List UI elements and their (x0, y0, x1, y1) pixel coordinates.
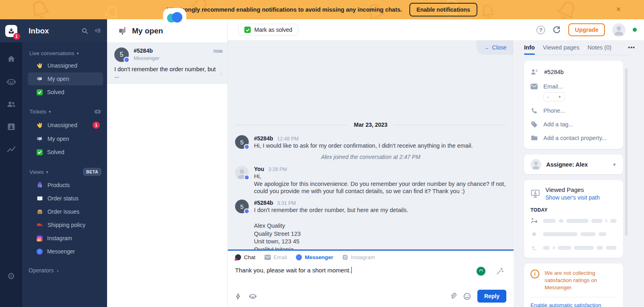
sidebar-item-live-my-open[interactable]: My open (28, 72, 103, 85)
enable-notifications-button[interactable]: Enable notifications (409, 3, 477, 16)
operators-label: Operators (29, 267, 54, 274)
more-options-icon[interactable]: ••• (628, 44, 635, 55)
sidebar-item-view-products[interactable]: Products (28, 179, 103, 192)
bell-decoration-icon (101, 1, 124, 19)
mark-as-solved-button[interactable]: Mark as solved (238, 24, 298, 36)
sidebar-item-live-solved[interactable]: Solved (28, 86, 103, 99)
tab-notes[interactable]: Notes (0) (587, 44, 611, 55)
sidebar-item-label: Unassigned (47, 122, 77, 128)
conversation-time: now (213, 47, 223, 54)
quick-responses-icon[interactable] (235, 293, 241, 300)
sidebar-item-view-shipping-policy[interactable]: Shipping policy (28, 218, 103, 231)
assignee-card[interactable]: Assignee: Alex ▼ (524, 155, 623, 174)
sidebar-item-tickets-solved[interactable]: Solved (28, 146, 103, 159)
sidebar-item-view-messenger[interactable]: Messenger (28, 245, 103, 258)
date-divider: Mar 23, 2023 (235, 122, 506, 128)
sidebar-item-view-order-status[interactable]: Order status (28, 192, 103, 205)
ai-assistant-icon[interactable] (477, 267, 485, 276)
sidebar-item-view-instagram[interactable]: Instagram (28, 232, 103, 245)
section-live-conversations: Live conversations ▾ Unassigned My open … (22, 42, 107, 100)
show-visit-path-link[interactable]: Show user's visit path (545, 194, 600, 201)
satisfaction-card: i We are not collecting satisfaction rat… (524, 264, 623, 307)
inbox-unread-badge: 1 (13, 33, 20, 40)
attachment-paperclip-icon[interactable] (450, 293, 457, 300)
message-text: Unit town, 123 45 (254, 238, 408, 245)
chevron-down-icon[interactable]: ▼ (612, 162, 617, 167)
user-avatar[interactable] (612, 23, 625, 37)
channel-tab-messenger[interactable]: Messenger (296, 254, 333, 260)
message-time: 3:28 PM (268, 167, 287, 172)
sidebar-item-label: Messenger (47, 248, 75, 255)
phone-field[interactable]: Phone... (524, 104, 623, 117)
emoji-icon[interactable] (463, 293, 471, 300)
channel-tab-email[interactable]: Email (264, 254, 287, 260)
section-label: Tickets (29, 109, 46, 115)
section-views: Views ▾ BETA Products Order status Order… (22, 160, 107, 259)
avatar: 5 (235, 135, 249, 149)
contact-id-row: #5284b (524, 61, 623, 80)
scroll-down-icon[interactable]: ↓ (220, 69, 223, 76)
channel-label: Messenger (305, 254, 333, 260)
folder-icon (530, 134, 538, 142)
collapse-sidebar-icon[interactable] (94, 27, 101, 35)
conversation-preview: I don't remember the order number, but .… (114, 66, 220, 79)
rail-settings-item[interactable]: ⚙ (0, 267, 22, 286)
message-time: 12:48 PM (277, 136, 299, 142)
tab-viewed-pages[interactable]: Viewed pages (543, 44, 580, 55)
add-tag-field[interactable]: Add a tag... (524, 117, 623, 131)
reply-button[interactable]: Reply (477, 290, 506, 303)
wave-icon (37, 62, 43, 69)
viewed-pages-title: Viewed Pages (545, 186, 600, 193)
message-text: Hi, I would like to ask for my order con… (254, 142, 473, 150)
reply-input[interactable]: Thank you, please wait for a short momen… (228, 260, 514, 276)
rail-chatbot-item[interactable] (0, 70, 22, 93)
shipping-policy-icon (37, 222, 43, 228)
new-ticket-icon[interactable] (94, 108, 101, 115)
upgrade-button[interactable]: Upgrade (568, 23, 605, 36)
home-icon (6, 54, 16, 64)
add-property-placeholder: Add a contact property... (543, 135, 607, 141)
details-panel: Info Viewed pages Notes (0) ••• #5284b E… (514, 40, 644, 307)
sidebar-item-operators[interactable]: Operators › (22, 259, 107, 276)
rail-home-item[interactable] (0, 48, 22, 70)
chat-channel-icon (235, 254, 241, 260)
banner-close-icon[interactable]: × (616, 6, 621, 13)
section-header-live-conversations[interactable]: Live conversations ▾ (28, 48, 103, 59)
chevron-down-icon: ▾ (49, 109, 51, 114)
close-conversation-button[interactable]: → Close (477, 40, 514, 55)
panel-scrollbar[interactable] (625, 68, 627, 236)
email-consent-select[interactable]: - ▼ (543, 92, 565, 101)
channel-tab-chat[interactable]: Chat (235, 254, 256, 260)
help-icon[interactable]: ? (537, 26, 545, 34)
rail-contacts-item[interactable] (0, 115, 22, 138)
rail-analytics-item[interactable] (0, 138, 22, 161)
refresh-icon[interactable] (552, 25, 561, 34)
conversation-list-title: My open (132, 27, 163, 35)
mailbox-icon (37, 76, 43, 82)
sidebar-item-tickets-unassigned[interactable]: Unassigned 1 (28, 118, 103, 132)
section-header-views[interactable]: Views ▾ BETA (28, 165, 103, 178)
enable-satisfaction-survey-link[interactable]: Enable automatic satisfaction survey (524, 298, 623, 307)
section-header-tickets[interactable]: Tickets ▾ (28, 105, 103, 118)
rail-inbox-item[interactable]: 1 (0, 19, 22, 42)
tab-info[interactable]: Info (524, 44, 535, 55)
magic-wand-icon[interactable] (496, 267, 504, 275)
email-field[interactable]: Email... (524, 80, 623, 93)
channel-tab-instagram[interactable]: Instagram (342, 254, 375, 260)
sidebar-item-label: Solved (47, 149, 64, 155)
add-property-field[interactable]: Add a contact property... (524, 131, 623, 149)
chevron-down-icon: ▾ (77, 51, 79, 56)
sidebar-item-view-order-issues[interactable]: Order issues (28, 205, 103, 218)
messenger-badge-icon (124, 57, 130, 63)
sidebar-item-live-unassigned[interactable]: Unassigned (28, 59, 103, 72)
search-icon[interactable] (81, 27, 89, 35)
instagram-icon (37, 235, 43, 241)
bell-decoration-icon (478, 1, 498, 19)
bell-decoration-icon (25, 0, 54, 19)
app-window: We strongly recommend enabling notificat… (0, 0, 644, 307)
rail-visitors-item[interactable] (0, 93, 22, 115)
sidebar-item-tickets-my-open[interactable]: My open (28, 132, 103, 145)
chat-message-area: → Close Mar 23, 2023 5 #5284b 12:48 PM (228, 40, 514, 249)
conversation-list-item[interactable]: 5 #5284b Messenger now I don't remember … (107, 42, 227, 84)
automation-bot-icon[interactable] (248, 292, 257, 301)
